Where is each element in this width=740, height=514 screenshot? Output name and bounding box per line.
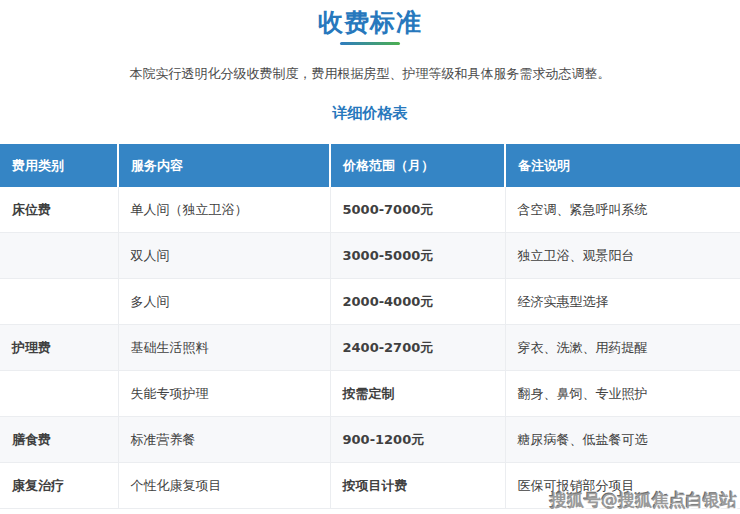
table-row: 多人间 2000-4000元 经济实惠型选择 (0, 279, 740, 325)
section-heading: 详细价格表 (0, 105, 740, 121)
table-row: 护理费 基础生活照料 2400-2700元 穿衣、洗漱、用药提醒 (0, 325, 740, 371)
price-table: 费用类别 服务内容 价格范围（月） 备注说明 床位费 单人间（独立卫浴） 500… (0, 144, 740, 509)
table-row: 失能专项护理 按需定制 翻身、鼻饲、专业照护 (0, 371, 740, 417)
price-cell: 按项目计费 (330, 463, 505, 509)
service-cell: 单人间（独立卫浴） (118, 187, 330, 233)
table-row: 床位费 单人间（独立卫浴） 5000-7000元 含空调、紧急呼叫系统 (0, 187, 740, 233)
service-cell: 双人间 (118, 233, 330, 279)
service-cell: 失能专项护理 (118, 371, 330, 417)
note-cell: 糖尿病餐、低盐餐可选 (505, 417, 740, 463)
col-header-category: 费用类别 (0, 144, 118, 187)
note-cell: 穿衣、洗漱、用药提醒 (505, 325, 740, 371)
price-table-body: 床位费 单人间（独立卫浴） 5000-7000元 含空调、紧急呼叫系统 双人间 … (0, 187, 740, 509)
category-cell: 膳食费 (0, 417, 118, 463)
category-cell: 床位费 (0, 187, 118, 233)
service-cell: 多人间 (118, 279, 330, 325)
note-cell: 独立卫浴、观景阳台 (505, 233, 740, 279)
category-cell: 护理费 (0, 325, 118, 371)
col-header-price: 价格范围（月） (330, 144, 505, 187)
service-cell: 基础生活照料 (118, 325, 330, 371)
fee-standards-page: 收费标准 本院实行透明化分级收费制度，费用根据房型、护理等级和具体服务需求动态调… (0, 0, 740, 514)
price-cell: 2400-2700元 (330, 325, 505, 371)
page-subtitle: 本院实行透明化分级收费制度，费用根据房型、护理等级和具体服务需求动态调整。 (0, 67, 740, 81)
category-cell (0, 371, 118, 417)
price-table-header: 费用类别 服务内容 价格范围（月） 备注说明 (0, 144, 740, 187)
note-cell: 经济实惠型选择 (505, 279, 740, 325)
page-title: 收费标准 (0, 0, 740, 37)
title-divider (340, 42, 400, 45)
category-cell (0, 233, 118, 279)
table-row: 双人间 3000-5000元 独立卫浴、观景阳台 (0, 233, 740, 279)
note-cell: 翻身、鼻饲、专业照护 (505, 371, 740, 417)
price-cell: 5000-7000元 (330, 187, 505, 233)
watermark: 搜狐号@搜狐焦点白银站 (550, 489, 737, 512)
col-header-service: 服务内容 (118, 144, 330, 187)
table-row: 膳食费 标准营养餐 900-1200元 糖尿病餐、低盐餐可选 (0, 417, 740, 463)
service-cell: 标准营养餐 (118, 417, 330, 463)
service-cell: 个性化康复项目 (118, 463, 330, 509)
price-cell: 3000-5000元 (330, 233, 505, 279)
category-cell: 康复治疗 (0, 463, 118, 509)
price-cell: 按需定制 (330, 371, 505, 417)
header-row: 费用类别 服务内容 价格范围（月） 备注说明 (0, 144, 740, 187)
col-header-note: 备注说明 (505, 144, 740, 187)
note-cell: 含空调、紧急呼叫系统 (505, 187, 740, 233)
category-cell (0, 279, 118, 325)
price-cell: 900-1200元 (330, 417, 505, 463)
price-cell: 2000-4000元 (330, 279, 505, 325)
